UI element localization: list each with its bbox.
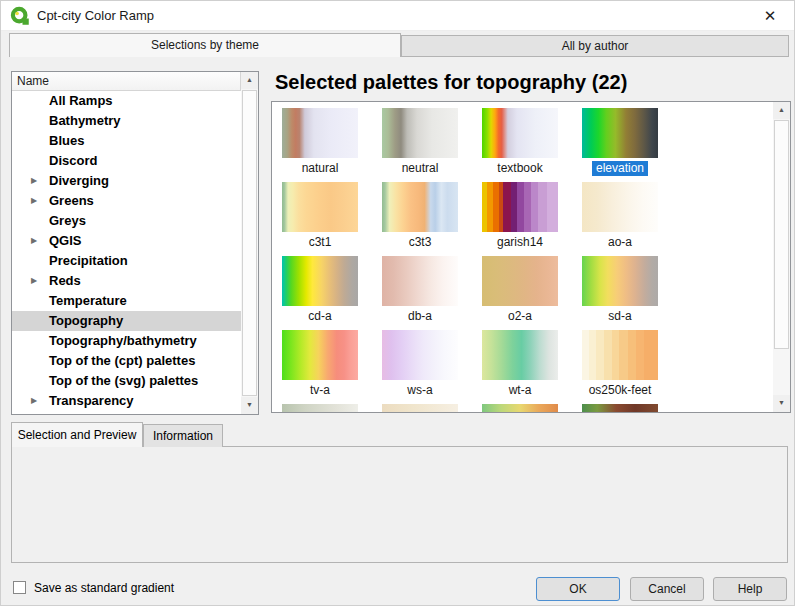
palette-thumbnail[interactable] (582, 256, 658, 306)
palette-cell-garish14[interactable]: garish14 (472, 182, 568, 250)
tree-item-topography[interactable]: Topography (12, 311, 241, 331)
tree-scroll-thumb[interactable] (242, 90, 257, 396)
palette-thumbnail[interactable] (382, 182, 458, 232)
palette-label[interactable]: neutral (398, 161, 443, 176)
expand-arrow-icon[interactable]: ▶ (31, 391, 37, 411)
close-icon[interactable]: ✕ (754, 1, 786, 31)
palette-cell-c3t3[interactable]: c3t3 (372, 182, 468, 250)
palette-thumbnail[interactable] (382, 330, 458, 380)
cancel-button[interactable]: Cancel (630, 577, 704, 601)
tree-item-label: Temperature (49, 293, 127, 308)
tree-item-reds[interactable]: ▶Reds (12, 271, 241, 291)
expand-arrow-icon[interactable]: ▶ (31, 271, 37, 291)
palette-label[interactable]: textbook (493, 161, 546, 176)
palette-label[interactable]: ao-a (604, 235, 636, 250)
palette-cell-textbook[interactable]: textbook (472, 108, 568, 176)
palette-thumbnail[interactable] (482, 404, 558, 413)
palette-thumbnail[interactable] (582, 404, 658, 413)
palette-cell-tv-a[interactable]: tv-a (272, 330, 368, 398)
palette-label[interactable]: cd-a (304, 309, 335, 324)
tree-item-bathymetry[interactable]: Bathymetry (12, 111, 241, 131)
tree-item-all-ramps[interactable]: All Ramps (12, 91, 241, 111)
tree-item-temperature[interactable]: Temperature (12, 291, 241, 311)
palette-thumbnail[interactable] (382, 404, 458, 413)
palette-label[interactable]: db-a (404, 309, 436, 324)
palette-cell-o2-a[interactable]: o2-a (472, 256, 568, 324)
tree-item-top-of-the-cpt-palettes[interactable]: Top of the (cpt) palettes (12, 351, 241, 371)
palette-cell-neutral[interactable]: neutral (372, 108, 468, 176)
palette-label[interactable]: c3t1 (305, 235, 336, 250)
tree-item-label: Precipitation (49, 253, 128, 268)
palette-label[interactable]: o2-a (504, 309, 536, 324)
palette-thumbnail[interactable] (382, 256, 458, 306)
palette-thumbnail[interactable] (582, 108, 658, 158)
expand-arrow-icon[interactable]: ▶ (31, 231, 37, 251)
palette-cell-partial[interactable] (572, 404, 668, 413)
help-button[interactable]: Help (713, 577, 787, 601)
palette-cell-ws-a[interactable]: ws-a (372, 330, 468, 398)
palette-thumbnail[interactable] (282, 182, 358, 232)
save-standard-gradient-checkbox[interactable] (13, 581, 26, 594)
palette-thumbnail[interactable] (382, 108, 458, 158)
grid-scrollbar[interactable]: ▲ ▼ (773, 102, 790, 412)
tree-item-top-of-the-svg-palettes[interactable]: Top of the (svg) palettes (12, 371, 241, 391)
tree-item-greys[interactable]: Greys (12, 211, 241, 231)
palette-thumbnail[interactable] (482, 182, 558, 232)
palette-cell-cd-a[interactable]: cd-a (272, 256, 368, 324)
tree-item-blues[interactable]: Blues (12, 131, 241, 151)
tree-header-name[interactable]: Name (12, 72, 241, 91)
ok-button[interactable]: OK (536, 577, 620, 601)
palette-cell-partial[interactable] (372, 404, 468, 413)
palette-thumbnail[interactable] (282, 330, 358, 380)
tree-item-topography-bathymetry[interactable]: Topography/bathymetry (12, 331, 241, 351)
palette-cell-os250k-feet[interactable]: os250k-feet (572, 330, 668, 398)
palette-thumbnail[interactable] (282, 108, 358, 158)
grid-scroll-thumb[interactable] (774, 120, 789, 349)
tab-information[interactable]: Information (143, 424, 223, 447)
tree-scroll-track[interactable] (241, 89, 258, 397)
palette-thumbnail[interactable] (482, 256, 558, 306)
palette-label[interactable]: elevation (592, 161, 648, 176)
palette-thumbnail[interactable] (282, 404, 358, 413)
tree-item-diverging[interactable]: ▶Diverging (12, 171, 241, 191)
tree-scrollbar[interactable]: ▲ ▼ (241, 72, 258, 414)
palette-thumbnail[interactable] (482, 330, 558, 380)
scroll-up-icon[interactable]: ▲ (241, 72, 258, 89)
palette-thumbnail[interactable] (582, 182, 658, 232)
palette-cell-natural[interactable]: natural (272, 108, 368, 176)
grid-scroll-track[interactable] (773, 119, 790, 395)
tree-item-precipitation[interactable]: Precipitation (12, 251, 241, 271)
expand-arrow-icon[interactable]: ▶ (31, 171, 37, 191)
scroll-down-icon[interactable]: ▼ (773, 395, 790, 412)
expand-arrow-icon[interactable]: ▶ (31, 191, 37, 211)
palette-cell-db-a[interactable]: db-a (372, 256, 468, 324)
palette-cell-ao-a[interactable]: ao-a (572, 182, 668, 250)
palette-cell-partial[interactable] (472, 404, 568, 413)
palette-label[interactable]: ws-a (403, 383, 436, 398)
palette-thumbnail[interactable] (482, 108, 558, 158)
tree-item-greens[interactable]: ▶Greens (12, 191, 241, 211)
tree-item-transparency[interactable]: ▶Transparency (12, 391, 241, 411)
scroll-down-icon[interactable]: ▼ (241, 397, 258, 414)
palette-cell-wt-a[interactable]: wt-a (472, 330, 568, 398)
palette-label[interactable]: tv-a (306, 383, 334, 398)
save-standard-gradient-label[interactable]: Save as standard gradient (34, 581, 174, 595)
palette-cell-c3t1[interactable]: c3t1 (272, 182, 368, 250)
palette-cell-sd-a[interactable]: sd-a (572, 256, 668, 324)
palette-label[interactable]: os250k-feet (585, 383, 656, 398)
tab-all-by-author[interactable]: All by author (401, 35, 789, 57)
palette-label[interactable]: natural (298, 161, 343, 176)
scroll-up-icon[interactable]: ▲ (773, 102, 790, 119)
palette-thumbnail[interactable] (282, 256, 358, 306)
palette-label[interactable]: c3t3 (405, 235, 436, 250)
palette-thumbnail[interactable] (582, 330, 658, 380)
tree-item-discord[interactable]: Discord (12, 151, 241, 171)
tab-selections-by-theme[interactable]: Selections by theme (9, 33, 401, 57)
palette-label[interactable]: wt-a (505, 383, 536, 398)
palette-label[interactable]: garish14 (493, 235, 547, 250)
palette-cell-elevation[interactable]: elevation (572, 108, 668, 176)
palette-label[interactable]: sd-a (604, 309, 635, 324)
palette-cell-partial[interactable] (272, 404, 368, 413)
tree-item-qgis[interactable]: ▶QGIS (12, 231, 241, 251)
tab-selection-and-preview[interactable]: Selection and Preview (11, 422, 143, 447)
